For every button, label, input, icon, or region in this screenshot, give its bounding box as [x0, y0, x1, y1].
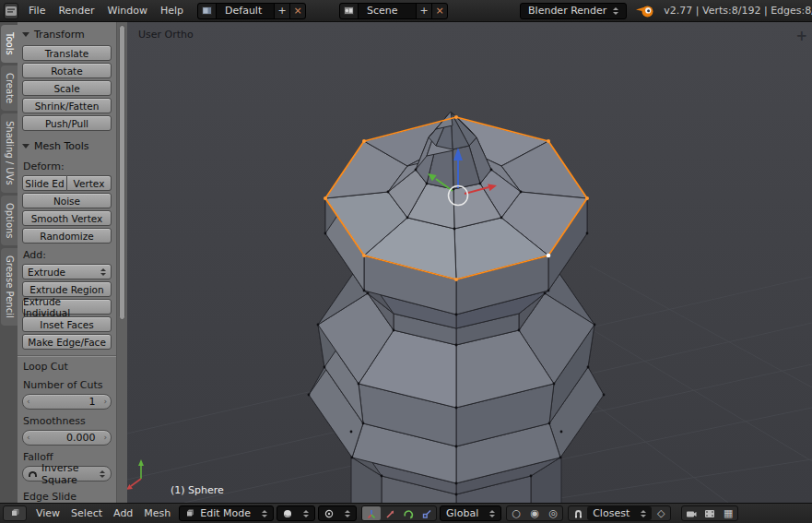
render-engine-select[interactable]: Blender Render [520, 3, 627, 19]
occlude-geometry-button[interactable]: ◎ [544, 506, 562, 520]
falloff-value: Inverse Square [41, 462, 88, 486]
scrollbar-thumb[interactable] [119, 25, 125, 320]
menu-file[interactable]: File [22, 5, 52, 17]
manipulator-toggle-button[interactable] [362, 506, 381, 520]
updown-arrows-icon [613, 7, 618, 15]
updown-arrows-icon [345, 510, 350, 517]
randomize-button[interactable]: Randomize [22, 228, 112, 244]
menu-help[interactable]: Help [154, 5, 190, 17]
render-shortcut-group: ▦ [681, 505, 738, 521]
push-pull-button[interactable]: Push/Pull [22, 115, 112, 131]
snap-magnet-button[interactable] [569, 506, 587, 520]
scene-browse-button[interactable] [340, 4, 359, 18]
snap-peel-button[interactable]: ◇ [652, 506, 670, 520]
manipulator-rotate-button[interactable] [399, 506, 418, 520]
manipulator-translate-button[interactable] [381, 506, 399, 520]
deform-label: Deform: [22, 157, 112, 175]
blender-logo-icon [635, 4, 655, 18]
scene-add-button[interactable]: + [416, 4, 431, 18]
smoothness-value: 0.000 [30, 432, 104, 444]
screen-layout-browse-button[interactable] [198, 4, 217, 18]
object-info-label: (1) Sphere [171, 484, 224, 496]
menu-window[interactable]: Window [101, 5, 154, 17]
menu-mesh[interactable]: Mesh [138, 507, 176, 519]
extrude-region-button[interactable]: Extrude Region [22, 281, 112, 297]
opengl-render-anim-button[interactable] [700, 506, 719, 520]
inset-faces-button[interactable]: Inset Faces [22, 316, 112, 332]
tab-tools[interactable]: Tools [1, 25, 18, 63]
scene-selector: Scene + × [339, 3, 448, 19]
info-header: File Render Window Help Default + × [0, 0, 812, 22]
menu-select[interactable]: Select [65, 507, 108, 519]
scale-button[interactable]: Scale [22, 80, 112, 96]
viewport-3d[interactable]: User Ortho (1) Sphere + [127, 22, 812, 503]
proportional-edit-button[interactable]: ○ [507, 506, 525, 520]
orientation-value: Global [446, 507, 478, 519]
noise-button[interactable]: Noise [22, 193, 112, 208]
translate-button[interactable]: Translate [22, 45, 112, 61]
slider-right-arrow-icon: › [103, 431, 107, 445]
edge-slide-button[interactable]: Slide Ed [22, 175, 67, 191]
menu-add[interactable]: Add [108, 507, 138, 519]
scale-box-icon [421, 508, 432, 519]
smoothness-slider[interactable]: ‹ 0.000 › [22, 430, 112, 446]
scene-unlink-button[interactable]: × [431, 4, 447, 18]
number-of-cuts-slider[interactable]: ‹ 1 › [22, 394, 112, 410]
falloff-curve-icon [29, 471, 37, 477]
transform-panel-header[interactable]: Transform [22, 26, 112, 45]
pivot-point-select[interactable] [318, 505, 357, 521]
extrude-menu-value: Extrude [28, 267, 65, 278]
view-name-label: User Ortho [138, 29, 194, 41]
shrink-fatten-button[interactable]: Shrink/Fatten [22, 98, 112, 113]
make-edge-face-button[interactable]: Make Edge/Face [22, 334, 112, 350]
proportional-falloff-button[interactable]: ◉ [525, 506, 544, 520]
updown-arrows-icon [100, 470, 105, 478]
snap-target-value: Closest [593, 507, 630, 519]
screen-layout-add-button[interactable]: + [274, 4, 289, 18]
blender-window: File Render Window Help Default + × [0, 0, 812, 523]
viewport-shading-select[interactable] [277, 505, 315, 521]
updown-arrows-icon [100, 268, 106, 276]
falloff-select[interactable]: Inverse Square [22, 466, 112, 481]
menu-render[interactable]: Render [52, 5, 100, 17]
scene-name[interactable]: Scene [359, 5, 416, 17]
mesh-object[interactable] [309, 112, 604, 503]
scene-stats: v2.77 | Verts:8/192 | Edges:8/375 | Face… [664, 5, 812, 17]
vertex-slide-button[interactable]: Vertex [67, 175, 112, 191]
operator-title: Loop Cut [22, 360, 112, 375]
extrude-menu[interactable]: Extrude [22, 264, 112, 279]
mini-axis-gizmo [127, 459, 144, 490]
viewport-editor-type-button[interactable] [3, 505, 27, 521]
blender-logo [635, 4, 655, 18]
active-vertex [547, 254, 551, 258]
properties-region-toggle[interactable]: + [795, 28, 807, 44]
tab-options[interactable]: Options [1, 196, 18, 246]
mesh-tools-panel-header[interactable]: Mesh Tools [22, 137, 112, 157]
snap-target-select[interactable]: Closest [587, 506, 652, 520]
tab-grease-pencil[interactable]: Grease Pencil [1, 248, 18, 326]
menu-view[interactable]: View [30, 507, 65, 519]
updown-arrows-icon [262, 510, 267, 517]
tool-shelf: Transform Translate Rotate Scale Shrink/… [18, 22, 116, 503]
screen-layout-icon [202, 6, 212, 15]
manipulator-scale-button[interactable] [418, 506, 436, 520]
tool-shelf-scrollbar[interactable] [116, 22, 127, 503]
edit-mode-cube-icon [185, 508, 195, 518]
rotate-button[interactable]: Rotate [22, 63, 112, 78]
orientation-select[interactable]: Global [440, 505, 501, 521]
mode-select[interactable]: Edit Mode [179, 505, 274, 521]
slider-right-arrow-icon: › [103, 395, 107, 409]
info-editor-type-button[interactable] [4, 3, 18, 19]
screen-layout-unlink-button[interactable]: × [289, 4, 305, 18]
opengl-render-image-button[interactable] [682, 506, 700, 520]
only-render-toggle-button[interactable]: ▦ [719, 506, 737, 520]
collapse-triangle-icon [22, 32, 29, 37]
scene-icon [344, 6, 354, 15]
smooth-vertex-button[interactable]: Smooth Vertex [22, 210, 112, 226]
extrude-individual-button[interactable]: Extrude Individual [22, 299, 112, 315]
screen-layout-name[interactable]: Default [217, 5, 274, 17]
tab-create[interactable]: Create [1, 65, 18, 111]
add-label: Add: [22, 245, 112, 264]
tab-shading-uvs[interactable]: Shading / UVs [1, 113, 18, 193]
render-engine-value: Blender Render [528, 5, 606, 17]
